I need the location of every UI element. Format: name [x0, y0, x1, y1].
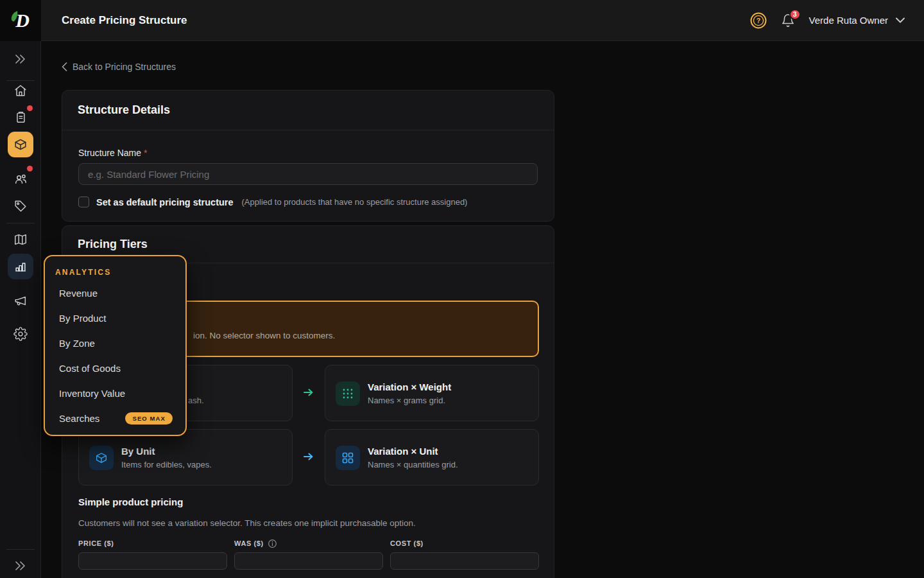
sidebar-item-home[interactable] [8, 78, 33, 103]
users-icon [13, 171, 28, 186]
megaphone-icon [13, 293, 28, 308]
cost-input[interactable] [390, 552, 539, 570]
by-weight-subtitle-fragment: ash. [188, 396, 204, 405]
orders-notification-dot [27, 105, 33, 111]
by-unit-subtitle: Items for edibles, vapes. [121, 460, 212, 469]
selected-pricing-option-text: ion. No selector shown to customers. [193, 331, 335, 340]
sidebar-item-products[interactable] [8, 132, 33, 157]
tag-icon [13, 199, 28, 213]
cost-label: COST ($) [390, 538, 539, 548]
pricing-tiers-title: Pricing Tiers [78, 238, 148, 251]
back-link[interactable]: Back to Pricing Structures [62, 62, 176, 72]
info-icon[interactable] [268, 539, 277, 548]
structure-details-header: Structure Details [62, 91, 554, 130]
leaf-icon [10, 10, 19, 23]
cube-icon [89, 446, 114, 470]
bar-chart-icon [13, 259, 28, 274]
weight-row-arrow [299, 388, 318, 397]
cost-field: COST ($) [390, 538, 539, 570]
customers-notification-dot [27, 166, 33, 171]
sidebar-divider [6, 549, 35, 550]
topbar-actions: ? 3 Verde Ruta Owner [750, 12, 924, 29]
sidebar [0, 41, 41, 578]
back-link-label: Back to Pricing Structures [73, 62, 176, 72]
chevron-left-icon [62, 62, 67, 71]
price-field: PRICE ($) [78, 538, 227, 570]
menu-item-by-product[interactable]: By Product [45, 306, 185, 331]
help-icon[interactable]: ? [750, 12, 767, 29]
sidebar-item-menus[interactable] [8, 227, 33, 252]
arrow-right-icon [303, 452, 314, 461]
gear-icon [13, 327, 28, 341]
double-chevron-right-icon [15, 561, 26, 570]
variation-weight-title: Variation × Weight [368, 381, 451, 392]
home-icon [13, 83, 28, 98]
structure-details-card: Structure Details Structure Name* Set as… [62, 90, 554, 222]
chevron-down-icon [896, 17, 905, 23]
menu-item-cost-of-goods[interactable]: Cost of Goods [45, 356, 185, 381]
svg-text:?: ? [756, 17, 760, 24]
sidebar-collapse-button[interactable] [8, 553, 33, 578]
notifications-button[interactable]: 3 [781, 13, 795, 28]
default-structure-label: Set as default pricing structure [96, 197, 234, 207]
analytics-flyout-menu: ANALYTICS Revenue By Product By Zone Cos… [44, 255, 187, 436]
sidebar-item-analytics[interactable] [8, 254, 33, 279]
price-label: PRICE ($) [78, 538, 227, 548]
sidebar-expand-button[interactable] [8, 46, 33, 72]
variation-unit-subtitle: Names × quantities grid. [368, 460, 458, 469]
app-logo[interactable]: D [0, 0, 41, 41]
cube-icon [13, 137, 28, 152]
required-asterisk: * [144, 148, 147, 158]
sidebar-item-marketing[interactable] [8, 288, 33, 313]
arrow-right-icon [303, 388, 314, 397]
menu-item-by-zone[interactable]: By Zone [45, 331, 185, 356]
sidebar-item-tags[interactable] [8, 193, 33, 219]
sidebar-item-settings[interactable] [8, 321, 33, 347]
sidebar-divider [6, 223, 35, 223]
menu-item-inventory-value[interactable]: Inventory Value [45, 381, 185, 406]
notification-badge: 3 [789, 9, 801, 20]
seo-max-badge: SEO MAX [125, 412, 173, 425]
menu-item-searches[interactable]: Searches SEO MAX [45, 406, 185, 431]
variation-weight-card[interactable]: Variation × Weight Names × grams grid. [325, 365, 539, 421]
user-menu[interactable]: Verde Ruta Owner [809, 15, 905, 26]
was-input[interactable] [234, 552, 383, 570]
topbar: D Create Pricing Structure ? 3 Verde Rut… [0, 0, 924, 41]
dots-grid-icon [336, 381, 360, 406]
variation-unit-card[interactable]: Variation × Unit Names × quantities grid… [325, 429, 539, 486]
variation-unit-title: Variation × Unit [368, 446, 438, 457]
structure-details-title: Structure Details [78, 103, 170, 117]
double-chevron-right-icon [15, 55, 26, 64]
structure-name-label: Structure Name* [78, 148, 148, 158]
squares-grid-icon [336, 446, 360, 470]
unit-row-arrow [299, 452, 318, 461]
default-structure-checkbox[interactable] [78, 197, 89, 207]
by-unit-option-card[interactable]: By Unit Items for edibles, vapes. [78, 429, 293, 486]
price-input[interactable] [78, 552, 227, 570]
was-label: WAS ($) [234, 538, 383, 548]
clipboard-icon [13, 110, 28, 125]
by-unit-title: By Unit [121, 446, 155, 457]
map-icon [13, 232, 28, 247]
default-structure-note: (Applied to products that have no specif… [242, 197, 468, 207]
variation-weight-subtitle: Names × grams grid. [368, 396, 445, 405]
default-structure-row: Set as default pricing structure (Applie… [78, 197, 467, 207]
user-name: Verde Ruta Owner [809, 15, 888, 26]
was-field: WAS ($) [234, 538, 383, 570]
structure-name-input[interactable] [78, 163, 538, 185]
simple-pricing-description: Customers will not see a variation selec… [78, 518, 416, 528]
analytics-menu-header: ANALYTICS [45, 263, 185, 281]
page-title: Create Pricing Structure [62, 14, 187, 27]
menu-item-revenue[interactable]: Revenue [45, 281, 185, 306]
simple-pricing-title: Simple product pricing [78, 496, 183, 507]
